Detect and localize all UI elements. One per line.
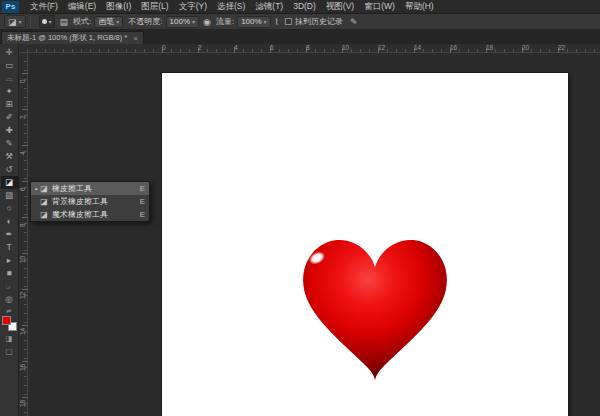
mode-select[interactable]: 画笔 ▾ xyxy=(94,16,123,28)
toggle-brush-panel-icon[interactable]: ▤ xyxy=(60,17,69,27)
tool-options-bar: ◪ ▾ ▾ ▤ 模式: 画笔 ▾ 不透明度: 100% ▾ ◉ 流量: 100%… xyxy=(0,14,600,30)
photoshop-window: Ps 文件(F)编辑(E)图像(I)图层(L)文字(Y)选择(S)滤镜(T)3D… xyxy=(0,0,600,416)
foreground-color-swatch[interactable] xyxy=(2,316,11,325)
ruler-number: 16 xyxy=(450,44,457,51)
ruler-number: 16 xyxy=(19,364,26,371)
ruler-number: 0 xyxy=(19,79,26,83)
flyout-item-2[interactable]: ◪魔术橡皮擦工具E xyxy=(31,208,149,221)
airbrush-icon[interactable]: ⌇ xyxy=(275,17,279,27)
chevron-down-icon: ▾ xyxy=(19,18,22,25)
menu-item-4[interactable]: 文字(Y) xyxy=(174,0,212,13)
lasso-tool[interactable]: ⌓ xyxy=(1,72,18,85)
menu-item-1[interactable]: 编辑(E) xyxy=(63,0,101,13)
shape-tool[interactable]: ■ xyxy=(1,267,18,280)
photoshop-logo: Ps xyxy=(2,1,19,13)
hand-tool[interactable]: ☞ xyxy=(1,280,18,293)
canvas[interactable] xyxy=(162,73,568,416)
ruler-number: 10 xyxy=(342,44,349,51)
type-tool[interactable]: T xyxy=(1,241,18,254)
flow-label: 流量: xyxy=(216,16,234,27)
flow-value: 100% xyxy=(241,17,261,26)
ruler-number: 12 xyxy=(19,292,26,299)
ruler-number: 8 xyxy=(19,223,26,227)
mode-value: 画笔 xyxy=(98,16,114,27)
ruler-number: 14 xyxy=(414,44,421,51)
flyout-item-1[interactable]: ◪背景橡皮擦工具E xyxy=(31,195,149,208)
screen-mode-icon[interactable]: ▢ xyxy=(1,346,18,357)
tool-list: ✛▭⌓✦⊞✐✚✎⚒↺◪▨○◐✒T▸■☞◎ xyxy=(1,46,18,306)
color-swatches xyxy=(2,316,17,331)
ruler-number: 12 xyxy=(378,44,385,51)
ruler-number: 22 xyxy=(558,44,565,51)
gradient-tool[interactable]: ▨ xyxy=(1,189,18,202)
menu-item-6[interactable]: 滤镜(T) xyxy=(250,0,288,13)
eraser-tool[interactable]: ◪ xyxy=(1,176,18,189)
path-selection-tool[interactable]: ▸ xyxy=(1,254,18,267)
ruler-number: 4 xyxy=(19,151,26,155)
ruler-number: 14 xyxy=(19,328,26,335)
shortcut-key: E xyxy=(140,210,145,219)
brush-panel-icon[interactable]: ✎ xyxy=(350,17,358,27)
vertical-ruler: 024681012141618 xyxy=(19,53,28,416)
flyout-item-0[interactable]: ▪◪橡皮擦工具E xyxy=(31,182,149,195)
menu-item-5[interactable]: 选择(S) xyxy=(212,0,250,13)
quick-selection-tool[interactable]: ✦ xyxy=(1,85,18,98)
pressure-opacity-icon[interactable]: ◉ xyxy=(203,17,211,27)
divider xyxy=(30,16,31,28)
ruler-number: 0 xyxy=(162,44,166,51)
eyedropper-tool[interactable]: ✐ xyxy=(1,111,18,124)
ruler-number: 6 xyxy=(270,44,274,51)
chevron-down-icon: ▾ xyxy=(116,18,119,25)
ruler-number: 2 xyxy=(198,44,202,51)
brush-preset-picker[interactable]: ▾ xyxy=(39,15,55,28)
healing-brush-tool[interactable]: ✚ xyxy=(1,124,18,137)
shortcut-key: E xyxy=(140,184,145,193)
zoom-tool[interactable]: ◎ xyxy=(1,293,18,306)
erase-history-label: 抹到历史记录 xyxy=(295,16,343,27)
menu-items: 文件(F)编辑(E)图像(I)图层(L)文字(Y)选择(S)滤镜(T)3D(D)… xyxy=(25,0,439,13)
ruler-number: 18 xyxy=(19,400,26,407)
pen-tool[interactable]: ✒ xyxy=(1,228,18,241)
move-tool[interactable]: ✛ xyxy=(1,46,18,59)
opacity-input[interactable]: 100% ▾ xyxy=(166,16,199,28)
swap-colors-icon[interactable]: ⇄ xyxy=(6,308,11,315)
menu-item-8[interactable]: 视图(V) xyxy=(321,0,359,13)
heart-shape xyxy=(295,233,455,385)
menu-bar: Ps 文件(F)编辑(E)图像(I)图层(L)文字(Y)选择(S)滤镜(T)3D… xyxy=(0,0,600,14)
brush-tool[interactable]: ✎ xyxy=(1,137,18,150)
menu-item-10[interactable]: 帮助(H) xyxy=(400,0,439,13)
clone-stamp-tool[interactable]: ⚒ xyxy=(1,150,18,163)
flow-input[interactable]: 100% ▾ xyxy=(237,16,270,28)
menu-item-7[interactable]: 3D(D) xyxy=(288,0,321,13)
blur-tool[interactable]: ○ xyxy=(1,202,18,215)
opacity-value: 100% xyxy=(170,17,190,26)
crop-tool[interactable]: ⊞ xyxy=(1,98,18,111)
horizontal-ruler: 0246810121416182022 xyxy=(19,44,600,53)
brush-tip-icon xyxy=(42,19,47,24)
menu-item-2[interactable]: 图像(I) xyxy=(101,0,136,13)
eraser-icon: ◪ xyxy=(39,197,49,206)
ruler-number: 18 xyxy=(486,44,493,51)
menu-item-9[interactable]: 窗口(W) xyxy=(359,0,400,13)
eraser-preset-icon: ◪ xyxy=(8,17,17,27)
history-brush-tool[interactable]: ↺ xyxy=(1,163,18,176)
quick-mask-icon[interactable]: ◨ xyxy=(1,333,18,344)
tool-preset-picker[interactable]: ◪ ▾ xyxy=(4,15,26,28)
dodge-tool[interactable]: ◐ xyxy=(1,215,18,228)
ruler-number: 10 xyxy=(19,256,26,263)
menu-item-0[interactable]: 文件(F) xyxy=(25,0,63,13)
document-title: 未标题-1 @ 100% (形状 1, RGB/8) * xyxy=(7,33,127,43)
menu-item-3[interactable]: 图层(L) xyxy=(136,0,173,13)
ruler-number: 4 xyxy=(234,44,238,51)
heart-path xyxy=(303,240,447,380)
close-icon[interactable]: × xyxy=(133,34,138,43)
eraser-icon: ◪ xyxy=(39,210,49,219)
eraser-tool-flyout: ▪◪橡皮擦工具E◪背景橡皮擦工具E◪魔术橡皮擦工具E xyxy=(30,181,150,222)
tools-panel: ✛▭⌓✦⊞✐✚✎⚒↺◪▨○◐✒T▸■☞◎ ⇄ ◨ ▢ xyxy=(0,44,19,416)
marquee-tool[interactable]: ▭ xyxy=(1,59,18,72)
shortcut-key: E xyxy=(140,197,145,206)
erase-history-checkbox[interactable] xyxy=(285,18,292,25)
flyout-item-label: 魔术橡皮擦工具 xyxy=(52,209,134,220)
ruler-number: 6 xyxy=(19,187,26,191)
document-tab[interactable]: 未标题-1 @ 100% (形状 1, RGB/8) * × xyxy=(1,31,144,44)
